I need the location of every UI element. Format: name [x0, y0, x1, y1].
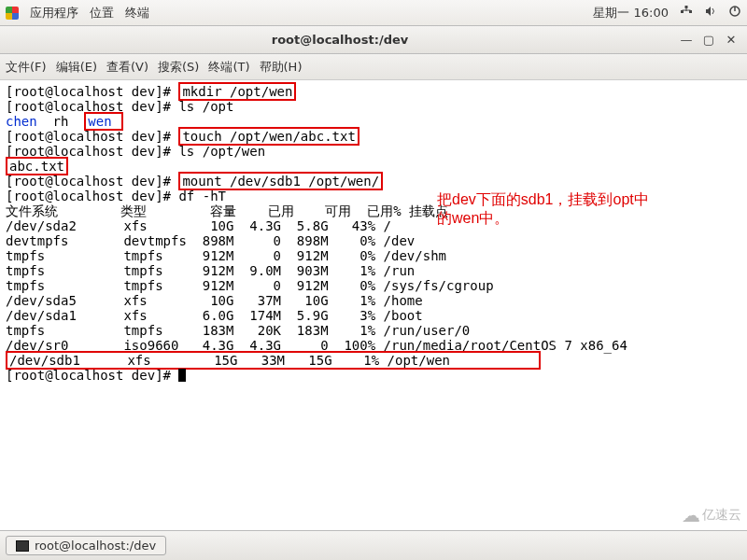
- df-row: tmpfs tmpfs 912M 0 912M 0% /sys/fs/cgrou…: [6, 278, 494, 293]
- terminal-icon: [16, 540, 29, 552]
- file-abc: abc.txt: [6, 157, 68, 175]
- cmd-df: df -hT: [178, 189, 226, 203]
- terminal-output[interactable]: [root@localhost dev]# mkdir /opt/wen [ro…: [0, 80, 747, 502]
- dir-rh: rh: [37, 114, 85, 129]
- df-row: /dev/sda1 xfs 6.0G 174M 5.9G 3% /boot: [6, 308, 423, 323]
- cmd-mkdir: mkdir /opt/wen: [178, 82, 296, 101]
- power-icon[interactable]: [728, 5, 741, 21]
- taskbar-item-terminal[interactable]: root@localhost:/dev: [6, 536, 166, 555]
- prompt: [root@localhost dev]#: [6, 368, 178, 383]
- df-header: 文件系统 类型 容量 已用 可用 已用% 挂载点: [6, 203, 448, 218]
- dir-chen: chen: [6, 114, 37, 129]
- cmd-mount: mount /dev/sdb1 /opt/wen/: [178, 172, 383, 190]
- annotation-line2: 的wen中。: [437, 209, 649, 228]
- watermark: ☁ 亿速云: [682, 504, 741, 526]
- menu-view[interactable]: 查看(V): [106, 59, 148, 76]
- watermark-text: 亿速云: [702, 507, 741, 524]
- prompt: [root@localhost dev]#: [6, 174, 178, 189]
- df-row: devtmpfs devtmpfs 898M 0 898M 0% /dev: [6, 233, 415, 248]
- svg-rect-2: [685, 6, 688, 8]
- prompt: [root@localhost dev]#: [6, 84, 178, 99]
- menu-search[interactable]: 搜索(S): [158, 59, 199, 76]
- df-row-highlight: /dev/sdb1 xfs 15G 33M 15G 1% /opt/wen: [6, 351, 541, 370]
- prompt: [root@localhost dev]#: [6, 129, 178, 144]
- minimize-button[interactable]: —: [678, 32, 695, 49]
- annotation: 把dev下面的sdb1，挂载到opt中的wen中。: [437, 190, 649, 228]
- top-menu-places[interactable]: 位置: [90, 5, 114, 21]
- df-row: tmpfs tmpfs 912M 9.0M 903M 1% /run: [6, 263, 415, 278]
- volume-icon[interactable]: [704, 5, 717, 21]
- top-menu-apps[interactable]: 应用程序: [30, 5, 78, 21]
- menu-edit[interactable]: 编辑(E): [56, 59, 97, 76]
- prompt: [root@localhost dev]#: [6, 189, 178, 203]
- close-button[interactable]: ✕: [723, 32, 740, 49]
- gnome-top-bar: 应用程序 位置 终端 星期一 16:00: [0, 0, 747, 26]
- window-titlebar[interactable]: root@localhost:/dev — ▢ ✕: [0, 26, 747, 54]
- gnome-logo-icon: [6, 7, 19, 20]
- app-menubar: 文件(F) 编辑(E) 查看(V) 搜索(S) 终端(T) 帮助(H): [0, 54, 747, 80]
- top-menu-terminal[interactable]: 终端: [125, 5, 149, 21]
- menu-help[interactable]: 帮助(H): [260, 59, 303, 76]
- clock[interactable]: 星期一 16:00: [593, 5, 669, 21]
- taskbar-item-label: root@localhost:/dev: [35, 539, 156, 553]
- menu-file[interactable]: 文件(F): [6, 59, 47, 76]
- df-row: /dev/sda5 xfs 10G 37M 10G 1% /home: [6, 293, 423, 308]
- maximize-button[interactable]: ▢: [700, 32, 717, 49]
- cmd-ls-wen: ls /opt/wen: [178, 144, 265, 159]
- window-title: root@localhost:/dev: [7, 33, 672, 47]
- cmd-ls-opt: ls /opt: [178, 99, 233, 114]
- cloud-icon: ☁: [682, 504, 700, 526]
- annotation-line1: 把dev下面的sdb1，挂载到opt中: [437, 190, 649, 209]
- df-row: tmpfs tmpfs 183M 20K 183M 1% /run/user/0: [6, 323, 470, 338]
- network-icon[interactable]: [680, 5, 693, 21]
- taskbar: root@localhost:/dev: [0, 530, 747, 560]
- menu-terminal[interactable]: 终端(T): [208, 59, 249, 76]
- terminal-cursor: [178, 369, 186, 382]
- dir-wen: wen: [84, 112, 123, 131]
- df-row: /dev/sda2 xfs 10G 4.3G 5.8G 43% /: [6, 218, 391, 233]
- cmd-touch: touch /opt/wen/abc.txt: [178, 127, 359, 146]
- df-row: tmpfs tmpfs 912M 0 912M 0% /dev/shm: [6, 248, 446, 263]
